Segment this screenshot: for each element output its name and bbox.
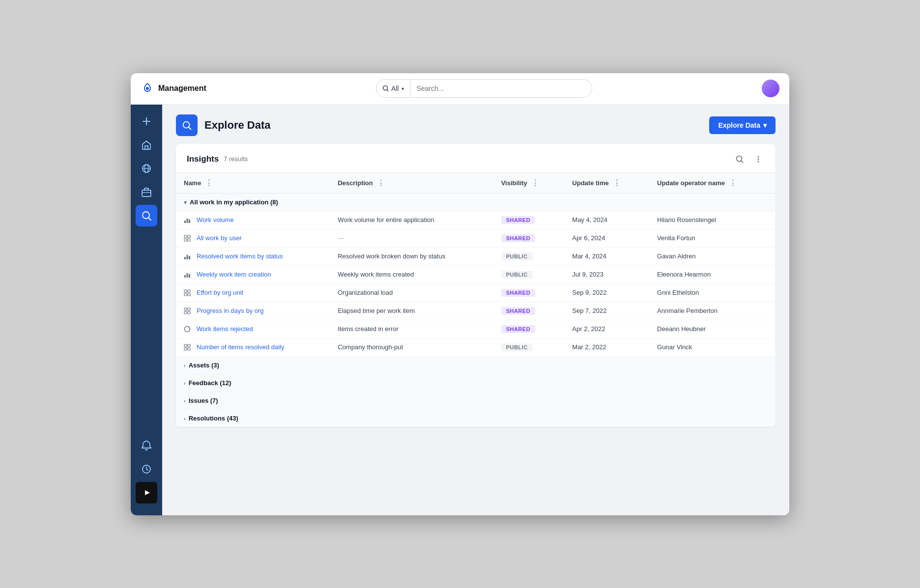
sidebar-item-add[interactable] <box>136 111 157 132</box>
search-button[interactable] <box>733 153 746 166</box>
group-row[interactable]: ›Issues (7) <box>176 392 776 409</box>
search-container[interactable]: All ▾ <box>376 79 592 98</box>
svg-rect-19 <box>184 257 186 259</box>
row-description: Resolved work broken down by status <box>330 247 493 265</box>
sidebar-item-explore[interactable] <box>136 205 157 226</box>
row-operator: Gnni Ethelston <box>649 283 776 302</box>
visibility-badge: SHARED <box>501 289 535 297</box>
group-row[interactable]: ›Feedback (12) <box>176 374 776 392</box>
visibility-badge: SHARED <box>501 216 535 224</box>
search-input[interactable] <box>410 84 591 92</box>
row-visibility: PUBLIC <box>493 265 565 283</box>
group-label: Feedback (12) <box>189 379 231 387</box>
svg-rect-36 <box>184 348 187 350</box>
bell-icon <box>141 440 152 451</box>
svg-rect-24 <box>189 274 190 278</box>
row-name-link[interactable]: Weekly work item creation <box>197 271 271 278</box>
bar-chart-icon <box>184 253 191 260</box>
row-update-time: Sep 7, 2022 <box>564 302 649 320</box>
svg-rect-28 <box>188 293 190 296</box>
col-header-description: Description ⋮ <box>330 172 493 193</box>
group-row[interactable]: ›Assets (3) <box>176 356 776 374</box>
svg-point-9 <box>758 156 759 157</box>
col-name-menu[interactable]: ⋮ <box>205 178 213 188</box>
col-header-operator: Update operator name ⋮ <box>649 172 776 193</box>
svg-rect-20 <box>187 255 188 259</box>
group-row[interactable]: ▾All work in my application (8) <box>176 193 776 211</box>
sidebar-bottom <box>136 435 157 509</box>
table-row: Number of items resolved dailyCompany th… <box>176 338 776 356</box>
row-update-time: May 4, 2024 <box>564 211 649 229</box>
row-operator: Venita Fortun <box>649 229 776 247</box>
chevron-down-icon: ▾ <box>763 121 767 129</box>
row-operator: Hilario Rosenstengel <box>649 211 776 229</box>
sidebar-item-notifications[interactable] <box>136 435 157 456</box>
sidebar-item-play[interactable] <box>136 482 157 504</box>
svg-rect-4 <box>142 190 151 196</box>
row-name-link[interactable]: Resolved work items by status <box>197 252 283 260</box>
card-title-area: Insights 7 results <box>187 154 248 164</box>
chevron-down-icon: ▾ <box>402 86 404 91</box>
row-name-link[interactable]: Effort by org unit <box>197 289 243 296</box>
row-operator: Annmarie Pemberton <box>649 302 776 320</box>
avatar[interactable] <box>762 80 779 97</box>
more-options-button[interactable] <box>752 153 765 166</box>
row-name-link[interactable]: Number of items resolved daily <box>197 343 284 351</box>
explore-data-button[interactable]: Explore Data ▾ <box>709 116 776 134</box>
row-visibility: PUBLIC <box>493 338 565 356</box>
row-name-link[interactable]: Work volume <box>197 216 234 224</box>
search-bar: All ▾ <box>214 79 754 98</box>
search-icon <box>735 155 744 164</box>
group-row[interactable]: ›Resolutions (43) <box>176 409 776 427</box>
row-name-link[interactable]: Work items rejected <box>197 325 253 333</box>
svg-point-10 <box>758 158 759 160</box>
svg-rect-26 <box>188 290 190 292</box>
more-icon <box>754 155 763 164</box>
insights-card: Insights 7 results <box>176 144 776 427</box>
svg-rect-17 <box>184 239 187 241</box>
col-header-visibility: Visibility ⋮ <box>493 172 565 193</box>
search-scope-label: All <box>391 84 399 92</box>
col-desc-menu[interactable]: ⋮ <box>377 178 385 188</box>
sidebar-item-history[interactable] <box>136 458 157 480</box>
sidebar-item-globe[interactable] <box>136 158 157 179</box>
search-scope-button[interactable]: All ▾ <box>376 80 411 97</box>
table-row: Effort by org unitOrganizational loadSHA… <box>176 283 776 302</box>
row-description: Company thorough-put <box>330 338 493 356</box>
row-name-link[interactable]: Progress in days by org <box>197 307 264 314</box>
group-label: Resolutions (43) <box>189 415 238 422</box>
row-visibility: SHARED <box>493 302 565 320</box>
row-description: Elapsed time per work item <box>330 302 493 320</box>
row-name-link[interactable]: All work by user <box>197 234 242 242</box>
table-row: Resolved work items by statusResolved wo… <box>176 247 776 265</box>
svg-rect-30 <box>188 308 190 310</box>
row-description: Organizational load <box>330 283 493 302</box>
logo-area: Management <box>141 82 206 95</box>
col-vis-menu[interactable]: ⋮ <box>531 178 539 188</box>
topbar: Management All ▾ <box>131 73 789 105</box>
visibility-badge: SHARED <box>501 307 535 315</box>
grid-icon <box>184 308 191 314</box>
row-description: Work volume for entire application <box>330 211 493 229</box>
explore-data-icon <box>181 120 192 131</box>
results-count: 7 results <box>224 155 248 163</box>
page-title: Explore Data <box>204 119 271 132</box>
col-header-name: Name ⋮ <box>176 172 330 193</box>
plus-icon <box>141 116 152 127</box>
visibility-badge: SHARED <box>501 234 535 242</box>
visibility-badge: SHARED <box>501 325 535 333</box>
grid-icon <box>184 289 191 296</box>
row-description: — <box>330 229 493 247</box>
col-op-menu[interactable]: ⋮ <box>729 178 737 188</box>
row-description: Weekly work items created <box>330 265 493 283</box>
svg-rect-23 <box>187 273 188 278</box>
sidebar-item-briefcase[interactable] <box>136 181 157 203</box>
briefcase-icon <box>141 187 152 197</box>
sidebar-item-home[interactable] <box>136 134 157 156</box>
globe-icon <box>141 163 152 174</box>
expand-icon: › <box>184 380 186 386</box>
home-icon <box>141 140 152 150</box>
circle-icon <box>184 326 191 333</box>
col-time-menu[interactable]: ⋮ <box>613 178 621 188</box>
table-container: Name ⋮ Description ⋮ <box>176 172 776 427</box>
